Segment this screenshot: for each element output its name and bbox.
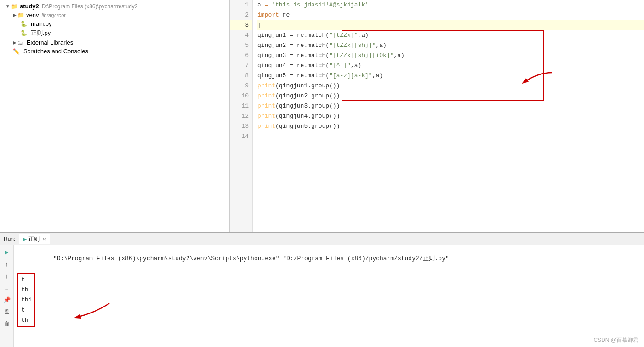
expand-arrow-icon: ▶: [13, 12, 17, 17]
run-output: "D:\Program Files (x86)\pycharm\study2\v…: [14, 245, 644, 347]
code-line-12[interactable]: print(qingjun4.group()): [257, 111, 644, 121]
watermark: CSDN @百慕卿君: [593, 336, 638, 344]
line-numbers: 1 2 3 4 5 6 7 8 9 10 11 12 13 14: [230, 0, 253, 232]
run-tab-label: 正则: [28, 235, 40, 243]
output-line-3: thi: [21, 295, 32, 305]
line-num-4: 4: [230, 30, 252, 40]
run-cmd-line: "D:\Program Files (x86)\pycharm\study2\v…: [17, 247, 640, 269]
run-tab-bar: Run: ▶ 正则 ✕: [0, 233, 644, 245]
output-line-2: th: [21, 285, 32, 295]
code-line-6[interactable]: qingjun3 = re.match("[tZZx][shj][iOk]",a…: [257, 51, 644, 61]
expand-arrow-icon: ▶: [13, 40, 17, 45]
code-line-13[interactable]: print(qingjun5.group()): [257, 121, 644, 131]
sidebar-item-label: Scratches and Consoles: [23, 48, 88, 55]
code-line-5[interactable]: qingjun2 = re.match("[tZZx][shj]",a): [257, 40, 644, 51]
line-num-5: 5: [230, 40, 252, 51]
output-arrow-annotation: [73, 299, 119, 324]
run-label: Run:: [4, 236, 15, 242]
run-toolbar: ▶ ↑ ↓ ≡ 📌 🖶 🗑: [0, 245, 14, 347]
sidebar-item-external-libraries[interactable]: ▶ 🗂 External Libraries: [4, 38, 229, 47]
sidebar-item-label: External Libraries: [27, 39, 73, 46]
code-line-4[interactable]: qingjun1 = re.match("[tZZx]",a): [257, 30, 644, 40]
line-num-13: 13: [230, 121, 252, 131]
sidebar-item-label: venv: [26, 11, 39, 18]
output-line-1: t: [21, 275, 32, 285]
code-line-3[interactable]: |: [257, 20, 644, 30]
py-file-icon: 🐍: [20, 30, 27, 36]
output-box: t th thi t th: [17, 273, 35, 327]
scroll-down-button[interactable]: ↓: [2, 271, 12, 281]
folder-icon: 📁: [11, 3, 18, 10]
library-icon: 🗂: [17, 40, 23, 46]
run-tab-regex[interactable]: ▶ 正则 ✕: [19, 234, 50, 244]
line-num-1: 1: [230, 0, 252, 10]
code-line-9[interactable]: print(qingjun1.group()): [257, 81, 644, 91]
app-container: ▼ 📁 study2 D:\Program Files (x86)\pychar…: [0, 0, 644, 347]
run-play-button[interactable]: ▶: [2, 247, 12, 257]
main-area: ▼ 📁 study2 D:\Program Files (x86)\pychar…: [0, 0, 644, 232]
run-tab-icon: ▶: [23, 236, 27, 242]
sidebar-item-regex-py[interactable]: 🐍 正则.py: [4, 28, 229, 38]
output-line-5: th: [21, 315, 32, 325]
line-num-8: 8: [230, 71, 252, 81]
sidebar-item-path: D:\Program Files (x86)\pycharm\study2: [42, 3, 138, 10]
scratch-icon: ✏️: [13, 48, 20, 55]
sidebar-item-venv[interactable]: ▶ 📁 venv library root: [4, 11, 229, 19]
output-container: t th thi t th: [17, 271, 35, 327]
folder-icon: 📁: [17, 12, 24, 18]
output-line-4: t: [21, 305, 32, 315]
line-num-6: 6: [230, 51, 252, 61]
trash-button[interactable]: 🗑: [2, 319, 12, 329]
line-num-2: 2: [230, 10, 252, 20]
code-line-11[interactable]: print(qingjun3.group()): [257, 101, 644, 111]
line-num-10: 10: [230, 91, 252, 101]
line-num-14: 14: [230, 131, 252, 142]
sidebar-item-label: 正则.py: [31, 29, 51, 37]
sidebar-item-study2[interactable]: ▼ 📁 study2 D:\Program Files (x86)\pychar…: [4, 2, 229, 11]
code-line-2[interactable]: import re: [257, 10, 644, 20]
code-line-10[interactable]: print(qingjun2.group()): [257, 91, 644, 101]
code-line-1[interactable]: a = 'this is jdasi1!#@sjkdjalk': [257, 0, 644, 10]
line-num-7: 7: [230, 61, 252, 71]
line-num-12: 12: [230, 111, 252, 121]
wrap-button[interactable]: ≡: [2, 283, 12, 293]
sidebar-sublabel: library root: [41, 12, 65, 18]
code-line-7[interactable]: qingjun4 = re.match("[^i]",a): [257, 61, 644, 71]
editor-content: 1 2 3 4 5 6 7 8 9 10 11 12 13 14: [230, 0, 644, 232]
sidebar-item-main-py[interactable]: 🐍 main.py: [4, 19, 229, 28]
run-content: ▶ ↑ ↓ ≡ 📌 🖶 🗑 "D:\Program Files (x86)\py…: [0, 245, 644, 347]
print-button[interactable]: 🖶: [2, 307, 12, 317]
line-num-9: 9: [230, 81, 252, 91]
editor-area: 1 2 3 4 5 6 7 8 9 10 11 12 13 14: [230, 0, 644, 232]
sidebar-item-scratches[interactable]: ✏️ Scratches and Consoles: [4, 47, 229, 56]
sidebar-item-label: study2: [20, 3, 39, 10]
sidebar-item-label: main.py: [31, 20, 52, 27]
code-line-14[interactable]: [257, 131, 644, 142]
code-line-8[interactable]: qingjun5 = re.match("[a-z][a-k]",a): [257, 71, 644, 81]
py-file-icon: 🐍: [20, 21, 27, 27]
line-num-11: 11: [230, 101, 252, 111]
scroll-up-button[interactable]: ↑: [2, 259, 12, 269]
sidebar: ▼ 📁 study2 D:\Program Files (x86)\pychar…: [0, 0, 230, 232]
code-lines[interactable]: a = 'this is jdasi1!#@sjkdjalk' import r…: [253, 0, 644, 232]
expand-arrow-icon: ▼: [6, 4, 10, 9]
line-num-3: 3: [230, 20, 252, 30]
close-tab-button[interactable]: ✕: [42, 237, 46, 242]
bottom-panel: Run: ▶ 正则 ✕ ▶ ↑ ↓ ≡ 📌 🖶 🗑 ": [0, 232, 644, 347]
pin-button[interactable]: 📌: [2, 295, 12, 305]
